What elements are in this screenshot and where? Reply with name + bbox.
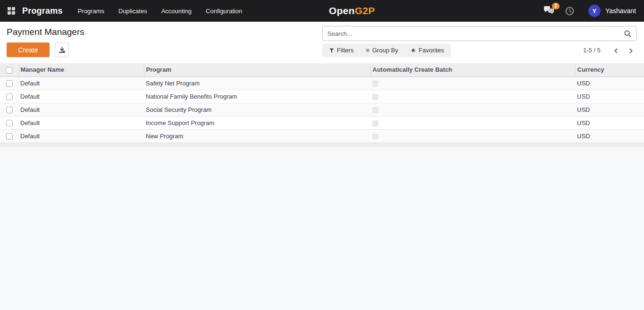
auto-create-batch-cell[interactable] (370, 90, 575, 103)
manager-name-cell[interactable]: Default (18, 103, 144, 116)
select-all-header (0, 63, 18, 76)
currency-cell[interactable]: USD (575, 129, 644, 142)
select-all-checkbox[interactable] (6, 67, 12, 74)
row-select-checkbox[interactable] (6, 93, 13, 100)
group-by-icon: ≡ (366, 47, 369, 53)
openg2p-logo: OpenG2P (329, 0, 375, 22)
messages-button[interactable]: 2 (544, 6, 556, 16)
auto-create-batch-checkbox (372, 134, 378, 140)
currency-cell[interactable]: USD (575, 90, 644, 103)
group-by-label: Group By (372, 47, 398, 54)
clock-icon (565, 7, 574, 16)
activities-button[interactable] (565, 7, 574, 16)
table-row[interactable]: Default National Family Benefits Program… (0, 90, 644, 103)
currency-cell[interactable]: USD (575, 116, 644, 129)
row-select-cell (0, 116, 18, 129)
row-select-cell (0, 90, 18, 103)
logo-open-text: Open (329, 5, 355, 17)
pager-next-icon[interactable]: › (626, 46, 636, 55)
program-cell[interactable]: New Program (144, 129, 370, 142)
payment-managers-table: Manager Name Program Automatically Creat… (0, 63, 644, 143)
favorites-button[interactable]: ★ Favorites (410, 47, 444, 54)
control-panel: Payment Managers Create Filters ≡ Group (0, 22, 644, 63)
search-options-bar: Filters ≡ Group By ★ Favorites (322, 43, 451, 57)
auto-create-batch-checkbox (372, 94, 378, 100)
row-select-checkbox[interactable] (6, 80, 13, 87)
table-row[interactable]: Default New Program USD (0, 129, 644, 142)
program-cell[interactable]: Income Support Program (144, 116, 370, 129)
row-select-cell (0, 76, 18, 90)
program-cell[interactable]: National Family Benefits Program (144, 90, 370, 103)
group-by-button[interactable]: ≡ Group By (366, 47, 398, 54)
user-name: Yashavant (605, 7, 636, 15)
manager-name-cell[interactable]: Default (18, 129, 144, 142)
table-header-row: Manager Name Program Automatically Creat… (0, 63, 644, 76)
search-box (322, 26, 636, 41)
favorites-label: Favorites (419, 47, 444, 54)
navbar-right: 2 Y Yashavant (544, 0, 644, 22)
search-icon (619, 30, 636, 37)
column-header-auto-create-batch[interactable]: Automatically Create Batch (370, 63, 575, 76)
pager-previous-icon[interactable]: ‹ (611, 46, 621, 55)
row-select-checkbox[interactable] (6, 133, 13, 140)
app-title: Programs (22, 6, 63, 16)
create-button[interactable]: Create (7, 42, 50, 57)
auto-create-batch-cell[interactable] (370, 103, 575, 116)
column-header-manager-name[interactable]: Manager Name (18, 63, 144, 76)
table-footer-strip (0, 143, 644, 147)
currency-cell[interactable]: USD (575, 103, 644, 116)
auto-create-batch-checkbox (372, 107, 378, 113)
export-button[interactable] (55, 42, 69, 57)
page-title: Payment Managers (7, 27, 84, 37)
menu-item-programs[interactable]: Programs (78, 8, 104, 15)
currency-cell[interactable]: USD (575, 76, 644, 90)
search-input[interactable] (323, 26, 619, 41)
manager-name-cell[interactable]: Default (18, 76, 144, 90)
column-header-currency[interactable]: Currency (575, 63, 644, 76)
program-cell[interactable]: Social Security Program (144, 103, 370, 116)
program-cell[interactable]: Safety Net Program (144, 76, 370, 90)
main-menu: Programs Duplicates Accounting Configura… (78, 8, 243, 15)
row-select-checkbox[interactable] (6, 107, 13, 113)
row-select-checkbox[interactable] (6, 120, 13, 126)
user-avatar: Y (588, 5, 601, 17)
table-row[interactable]: Default Social Security Program USD (0, 103, 644, 116)
menu-item-duplicates[interactable]: Duplicates (118, 8, 147, 15)
manager-name-cell[interactable]: Default (18, 116, 144, 129)
filters-label: Filters (337, 47, 353, 54)
star-icon: ★ (410, 47, 416, 53)
messages-badge: 2 (552, 3, 560, 9)
filter-funnel-icon (329, 48, 334, 53)
table-row[interactable]: Default Safety Net Program USD (0, 76, 644, 90)
auto-create-batch-checkbox (372, 81, 378, 87)
pager-range[interactable]: 1-5 / 5 (583, 47, 601, 54)
pager: 1-5 / 5 ‹ › (583, 43, 636, 57)
menu-item-accounting[interactable]: Accounting (161, 8, 192, 15)
row-select-cell (0, 129, 18, 142)
top-navbar: Programs Programs Duplicates Accounting … (0, 0, 644, 22)
list-view: Manager Name Program Automatically Creat… (0, 63, 644, 147)
menu-item-configuration[interactable]: Configuration (206, 8, 242, 15)
auto-create-batch-cell[interactable] (370, 129, 575, 142)
download-icon (59, 47, 65, 53)
logo-g2p-text: G2P (355, 5, 375, 17)
table-row[interactable]: Default Income Support Program USD (0, 116, 644, 129)
manager-name-cell[interactable]: Default (18, 90, 144, 103)
filters-button[interactable]: Filters (329, 47, 353, 54)
auto-create-batch-cell[interactable] (370, 116, 575, 129)
user-menu[interactable]: Y Yashavant (588, 5, 636, 17)
grid-icon (8, 7, 15, 15)
apps-menu-icon[interactable] (7, 6, 16, 16)
column-header-program[interactable]: Program (144, 63, 370, 76)
row-select-cell (0, 103, 18, 116)
auto-create-batch-cell[interactable] (370, 76, 575, 90)
auto-create-batch-checkbox (372, 120, 378, 126)
